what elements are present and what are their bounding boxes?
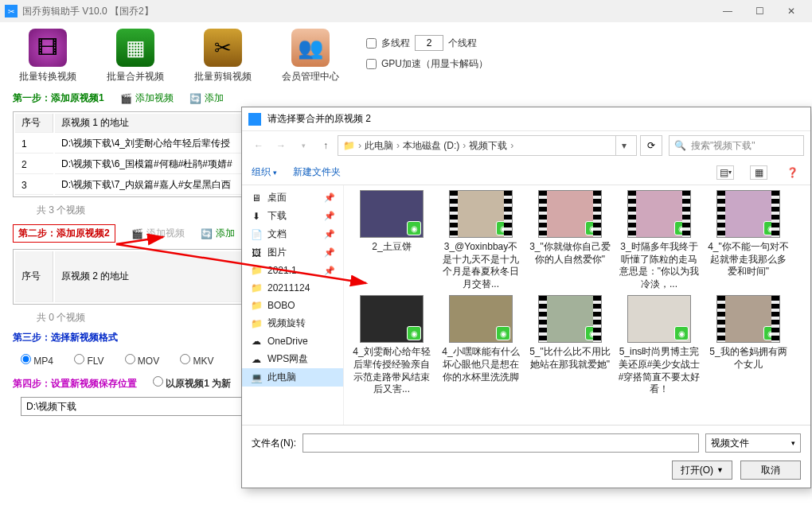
video2-table: 序号原视频 2 的地址	[13, 249, 252, 305]
file-name-label: 3_@Yoxinbbay不是十九天不是十九个月是春夏秋冬日月交替...	[439, 241, 522, 290]
file-item[interactable]: ◉5_"比什么比不用比她站在那我就爱她"	[529, 295, 611, 395]
gpu-checkbox[interactable]	[366, 59, 377, 69]
preview-pane-button[interactable]: ▦	[750, 165, 767, 180]
multithread-label: 多线程	[381, 37, 410, 50]
add-batch-link-2[interactable]: 🔄添加	[201, 227, 235, 240]
file-name-label: 5_"比什么比不用比她站在那我就爱她"	[529, 346, 611, 371]
maximize-button[interactable]: ☐	[744, 0, 775, 22]
nav-up[interactable]: ↑	[315, 136, 336, 155]
help-button[interactable]: ❓	[783, 165, 801, 180]
file-item[interactable]: ◉3_时隔多年我终于听懂了陈粒的走马意思是："你以为我冷淡，...	[618, 190, 701, 290]
new-folder-button[interactable]: 新建文件夹	[293, 165, 341, 179]
wechat-badge-icon: ◉	[585, 221, 599, 235]
step2-label: 第二步：添加原视频2	[13, 224, 115, 243]
dialog-title-bar: 请选择要合并的原视频 2	[242, 107, 810, 131]
folder-icon: 📁	[250, 282, 263, 294]
sidebar-item[interactable]: 📁视频旋转	[242, 314, 343, 332]
sidebar-item[interactable]: ☁OneDrive	[242, 332, 343, 350]
tool-edit[interactable]: ✂ 批量剪辑视频	[191, 29, 255, 84]
sidebar-item[interactable]: 💻此电脑	[242, 368, 343, 387]
file-item[interactable]: ◉4_小嘿咪能有什么坏心眼他只是想在你的水杯里洗洗脚	[439, 295, 522, 395]
breadcrumb-seg[interactable]: 本地磁盘 (D:)	[403, 139, 459, 153]
dialog-file-list: ◉2_土豆饼◉3_@Yoxinbbay不是十九天不是十九个月是春夏秋冬日月交替.…	[344, 185, 810, 425]
sidebar-item[interactable]: 📁20211124	[242, 279, 343, 297]
file-item[interactable]: ◉3_@Yoxinbbay不是十九天不是十九个月是春夏秋冬日月交替...	[439, 190, 522, 290]
sidebar-item[interactable]: 🖼图片📌	[242, 243, 343, 262]
add-video-link-2[interactable]: 🎬添加视频	[131, 227, 185, 240]
sidebar-item[interactable]: 📄文档📌	[242, 225, 343, 243]
radio-mov[interactable]: MOV	[125, 354, 160, 367]
open-button[interactable]: 打开(O)▼	[672, 461, 732, 480]
nav-back[interactable]: ←	[248, 136, 269, 155]
folder-icon: 📁	[250, 317, 263, 330]
sidebar-item[interactable]: 📁2021.1..📌	[242, 262, 343, 279]
tool-merge[interactable]: ▦ 批量合并视频	[103, 29, 167, 84]
wechat-badge-icon: ◉	[496, 221, 510, 235]
tool-member[interactable]: 👥 会员管理中心	[279, 29, 342, 84]
file-thumbnail: ◉	[716, 190, 780, 238]
dialog-icon	[248, 113, 261, 126]
wechat-badge-icon: ◉	[496, 326, 510, 340]
refresh-icon: 🔄	[201, 228, 213, 239]
folder-icon: 📁	[250, 264, 263, 277]
sidebar-item[interactable]: ☁WPS网盘	[242, 350, 343, 368]
step1-label: 第一步：添加原视频1	[13, 91, 104, 105]
search-placeholder: 搜索"视频下载"	[691, 139, 755, 153]
file-thumbnail: ◉	[449, 295, 513, 343]
folder-icon: 💻	[250, 371, 263, 384]
multithread-checkbox[interactable]	[366, 38, 377, 49]
radio-mkv[interactable]: MKV	[180, 354, 213, 367]
file-item[interactable]: ◉4_刘雯耐心给年轻后辈传授经验亲自示范走路带风结束后又害...	[350, 295, 433, 395]
save-path-input[interactable]	[21, 397, 244, 416]
add-batch-link-1[interactable]: 🔄添加	[189, 91, 224, 105]
tool-convert[interactable]: 🎞 批量转换视频	[16, 29, 80, 84]
multithread-option[interactable]: 多线程 个线程	[366, 35, 488, 51]
sidebar-item[interactable]: ⬇下载📌	[242, 207, 343, 225]
folder-icon: 🖼	[250, 247, 263, 259]
col-index: 序号	[15, 114, 53, 133]
file-item[interactable]: ◉5_ins时尚男博主完美还原#美少女战士#穿搭简直不要太好看！	[618, 295, 701, 395]
file-item[interactable]: ◉4_"你不能一句对不起就带走我那么多爱和时间"	[707, 190, 790, 290]
folder-icon: 🖥	[250, 192, 263, 204]
file-thumbnail: ◉	[538, 295, 602, 343]
file-thumbnail: ◉	[360, 295, 424, 343]
pin-icon: 📌	[324, 266, 335, 276]
window-title: 国乔剪辑助手 V10.0 【国乔2】	[22, 5, 712, 18]
filetype-select[interactable]: 视频文件▾	[705, 433, 801, 453]
organize-menu[interactable]: 组织 ▾	[252, 165, 277, 179]
nav-refresh[interactable]: ⟳	[640, 135, 662, 156]
radio-mp4[interactable]: MP4	[21, 354, 53, 367]
filename-input[interactable]	[303, 433, 699, 453]
threads-input[interactable]	[415, 35, 443, 51]
breadcrumb-seg[interactable]: 此电脑	[365, 139, 393, 153]
add-video-link-1[interactable]: 🎬添加视频	[120, 91, 174, 105]
nav-forward[interactable]: →	[271, 136, 291, 155]
main-title-bar: ✂ 国乔剪辑助手 V10.0 【国乔2】 — ☐ ✕	[0, 0, 812, 22]
breadcrumb-dropdown[interactable]: ▾	[615, 136, 631, 155]
minimize-button[interactable]: —	[712, 0, 744, 22]
folder-icon: 📄	[250, 228, 263, 241]
file-item[interactable]: ◉5_我的爸妈拥有两个女儿	[707, 295, 790, 395]
breadcrumb[interactable]: 📁 › 此电脑 › 本地磁盘 (D:) › 视频下载 › ▾	[338, 135, 637, 156]
close-button[interactable]: ✕	[775, 0, 807, 22]
folder-icon: 📁	[343, 140, 355, 151]
table-row[interactable]: 2D:\视频下载\6_国模篇#何穗#杜鹃#项婧#	[15, 155, 249, 174]
refresh-icon: 🔄	[189, 93, 201, 104]
cancel-button[interactable]: 取消	[740, 461, 801, 480]
table-row[interactable]: 1D:\视频下载\4_刘雯耐心给年轻后辈传授	[15, 134, 249, 154]
view-mode-button[interactable]: ▤ ▾	[716, 165, 734, 180]
sidebar-item[interactable]: 📁BOBO	[242, 297, 343, 314]
file-item[interactable]: ◉3_"你就做你自己爱你的人自然爱你"	[529, 190, 611, 290]
search-box[interactable]: 🔍 搜索"视频下载"	[669, 135, 804, 156]
table-row[interactable]: 3D:\视频下载\7_内娱篇#嘉人#女星黑白西	[15, 176, 249, 195]
nav-history[interactable]: ▾	[293, 136, 314, 155]
breadcrumb-seg[interactable]: 视频下载	[469, 139, 507, 153]
radio-flv[interactable]: FLV	[74, 354, 103, 367]
pin-icon: 📌	[324, 247, 335, 258]
use-video1-name[interactable]: 以原视频1 为新	[153, 376, 231, 391]
file-item[interactable]: ◉2_土豆饼	[350, 190, 433, 290]
gpu-option[interactable]: GPU加速（用显卡解码）	[366, 57, 488, 71]
sidebar-item[interactable]: 🖥桌面📌	[242, 188, 343, 207]
file-open-dialog: 请选择要合并的原视频 2 ← → ▾ ↑ 📁 › 此电脑 › 本地磁盘 (D:)…	[241, 107, 811, 488]
file-name-label: 3_"你就做你自己爱你的人自然爱你"	[529, 241, 611, 266]
